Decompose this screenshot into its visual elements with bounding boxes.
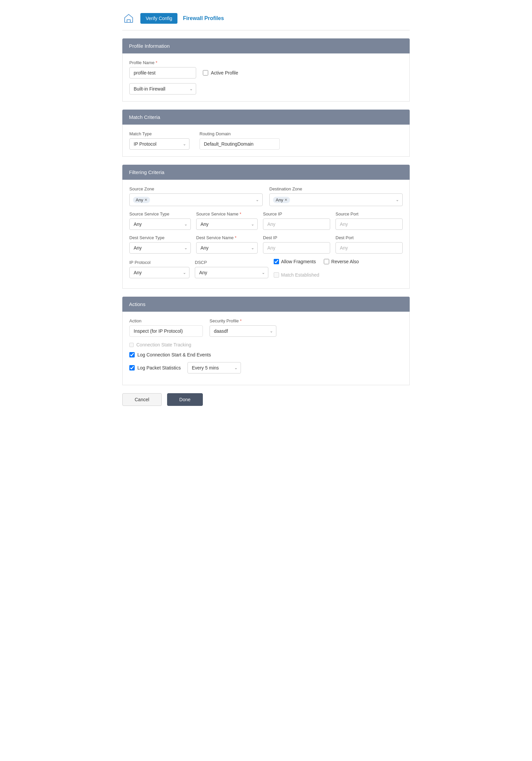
filter-checkboxes-row: Allow Fragments Reverse Also Match Estab… — [274, 259, 403, 278]
source-port-group: Source Port — [336, 211, 403, 230]
dest-service-name-select-wrapper: Any ⌄ — [196, 242, 258, 254]
source-ip-input[interactable] — [263, 218, 330, 230]
actions-header: Actions — [122, 297, 410, 312]
reverse-also-checkbox[interactable] — [324, 259, 329, 264]
zone-row: Source Zone Any ✕ ⌄ Destination Zone Any — [129, 186, 403, 206]
dest-zone-tag: Any ✕ — [273, 197, 290, 203]
log-connection-row: Log Connection Start & End Events — [129, 352, 403, 357]
verify-config-button[interactable]: Verify Config — [140, 13, 177, 24]
reverse-also-checkbox-label[interactable]: Reverse Also — [324, 259, 359, 264]
dscp-select[interactable]: Any — [195, 267, 268, 278]
security-profile-label: Security Profile * — [210, 318, 276, 323]
source-service-name-label: Source Service Name * — [196, 211, 258, 216]
match-type-select[interactable]: IP Protocol — [129, 138, 189, 150]
source-zone-chevron-icon: ⌄ — [256, 197, 259, 202]
ip-protocol-group: IP Protocol Any ⌄ — [129, 260, 189, 278]
dest-ip-input[interactable] — [263, 242, 330, 254]
profile-info-row: Active Profile — [129, 67, 403, 79]
source-port-label: Source Port — [336, 211, 403, 216]
match-criteria-body: Match Type IP Protocol ⌄ Routing Domain … — [122, 125, 410, 157]
source-service-type-label: Source Service Type — [129, 211, 191, 216]
home-icon[interactable] — [122, 12, 135, 25]
log-packet-row: Log Packet Statistics Every 5 mins ⌄ — [129, 362, 403, 373]
action-fields-row: Action Inspect (for IP Protocol) Securit… — [129, 318, 403, 337]
dest-ip-label: Dest IP — [263, 235, 330, 240]
header-divider — [122, 30, 410, 30]
header: Verify Config Firewall Profiles — [122, 7, 410, 30]
source-zone-field[interactable]: Any ✕ ⌄ — [129, 193, 263, 206]
filtering-criteria-section: Filtering Criteria Source Zone Any ✕ ⌄ D — [122, 165, 410, 289]
dest-service-name-group: Dest Service Name * Any ⌄ — [196, 235, 258, 254]
source-zone-group: Source Zone Any ✕ ⌄ — [129, 186, 263, 206]
active-profile-checkbox[interactable] — [203, 70, 208, 75]
security-profile-select[interactable]: daasdf — [210, 325, 276, 337]
dest-zone-group: Destination Zone Any ✕ ⌄ — [269, 186, 403, 206]
allow-fragments-checkbox[interactable] — [274, 259, 279, 264]
every-mins-select-wrapper: Every 5 mins ⌄ — [187, 362, 241, 373]
dest-service-type-select[interactable]: Any — [129, 242, 191, 254]
security-profile-group: Security Profile * daasdf ⌄ — [210, 318, 276, 337]
source-service-type-select[interactable]: Any — [129, 218, 191, 230]
log-connection-checkbox[interactable] — [129, 352, 135, 357]
dest-service-type-label: Dest Service Type — [129, 235, 191, 240]
match-criteria-header: Match Criteria — [122, 110, 410, 125]
profile-name-input[interactable] — [129, 67, 196, 79]
actions-body: Action Inspect (for IP Protocol) Securit… — [122, 312, 410, 385]
source-service-name-select[interactable]: Any — [196, 218, 258, 230]
firewall-profiles-breadcrumb[interactable]: Firewall Profiles — [183, 15, 224, 21]
source-zone-tag: Any ✕ — [133, 197, 150, 203]
active-profile-checkbox-label[interactable]: Active Profile — [203, 70, 238, 75]
protocol-row: IP Protocol Any ⌄ DSCP Any ⌄ — [129, 259, 403, 278]
match-type-label: Match Type — [129, 131, 189, 136]
cancel-button[interactable]: Cancel — [122, 393, 162, 406]
conn-tracking-checkbox[interactable] — [129, 343, 134, 347]
dest-service-name-select[interactable]: Any — [196, 242, 258, 254]
match-established-checkbox-label[interactable]: Match Established — [274, 272, 319, 278]
dest-service-type-select-wrapper: Any ⌄ — [129, 242, 191, 254]
profile-information-body: Profile Name * Active Profile Built-in F… — [122, 53, 410, 102]
done-button[interactable]: Done — [167, 393, 203, 406]
source-zone-remove-icon[interactable]: ✕ — [144, 198, 147, 202]
source-service-name-group: Source Service Name * Any ⌄ — [196, 211, 258, 230]
dest-port-group: Dest Port — [336, 235, 403, 254]
dest-port-input[interactable] — [336, 242, 403, 254]
dscp-group: DSCP Any ⌄ — [195, 260, 268, 278]
security-profile-select-wrapper: daasdf ⌄ — [210, 325, 276, 337]
source-port-input[interactable] — [336, 218, 403, 230]
profile-name-label: Profile Name * — [129, 60, 403, 65]
match-type-select-wrapper: IP Protocol ⌄ — [129, 138, 189, 150]
every-mins-select[interactable]: Every 5 mins — [187, 362, 241, 373]
allow-fragments-checkbox-label[interactable]: Allow Fragments — [274, 259, 316, 264]
filtering-criteria-body: Source Zone Any ✕ ⌄ Destination Zone Any — [122, 180, 410, 289]
match-type-group: Match Type IP Protocol ⌄ — [129, 131, 189, 150]
dscp-label: DSCP — [195, 260, 268, 265]
source-service-type-group: Source Service Type Any ⌄ — [129, 211, 191, 230]
dest-zone-chevron-icon: ⌄ — [396, 197, 399, 202]
match-established-checkbox[interactable] — [274, 272, 279, 278]
match-criteria-section: Match Criteria Match Type IP Protocol ⌄ … — [122, 110, 410, 157]
dest-zone-field[interactable]: Any ✕ ⌄ — [269, 193, 403, 206]
actions-section: Actions Action Inspect (for IP Protocol)… — [122, 297, 410, 385]
footer-buttons: Cancel Done — [122, 393, 410, 406]
conn-tracking-row: Connection State Tracking — [129, 342, 403, 347]
action-value: Inspect (for IP Protocol) — [129, 325, 203, 337]
log-connection-checkbox-label[interactable]: Log Connection Start & End Events — [129, 352, 211, 357]
dest-row: Dest Service Type Any ⌄ Dest Service Nam… — [129, 235, 403, 254]
log-packet-checkbox[interactable] — [129, 365, 135, 370]
routing-domain-value: Default_RoutingDomain — [200, 138, 280, 150]
source-zone-label: Source Zone — [129, 186, 263, 191]
ip-protocol-select-wrapper: Any ⌄ — [129, 267, 189, 278]
dest-zone-remove-icon[interactable]: ✕ — [284, 198, 287, 202]
firewall-type-select-wrapper: Built-in Firewall ⌄ — [129, 83, 196, 95]
log-packet-checkbox-label[interactable]: Log Packet Statistics — [129, 365, 181, 370]
ip-protocol-select[interactable]: Any — [129, 267, 189, 278]
svg-rect-0 — [127, 20, 130, 22]
firewall-type-select[interactable]: Built-in Firewall — [129, 83, 196, 95]
dscp-select-wrapper: Any ⌄ — [195, 267, 268, 278]
routing-domain-group: Routing Domain Default_RoutingDomain — [200, 131, 280, 150]
dest-port-label: Dest Port — [336, 235, 403, 240]
match-criteria-row: Match Type IP Protocol ⌄ Routing Domain … — [129, 131, 403, 150]
dest-zone-label: Destination Zone — [269, 186, 403, 191]
source-service-type-select-wrapper: Any ⌄ — [129, 218, 191, 230]
dest-ip-group: Dest IP — [263, 235, 330, 254]
